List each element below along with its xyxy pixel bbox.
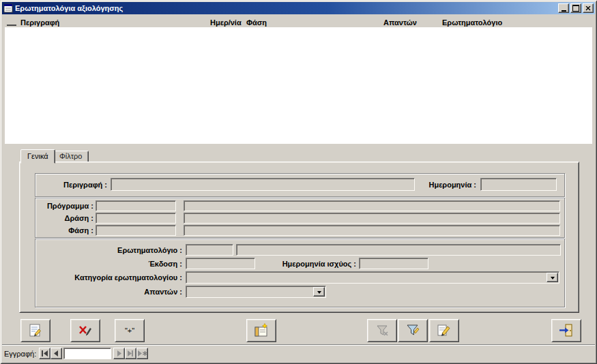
remove-filter-funnel-icon [374,322,390,339]
respondent-combobox[interactable] [186,286,326,298]
notebook-sparkle-icon [253,322,270,339]
window-title: Ερωτηματολόγια αξιολόγησης [15,4,556,12]
valid-date-label: Ημερομηνία ισχύος : [258,259,356,269]
filter-button[interactable] [398,319,428,342]
minimize-button[interactable] [558,3,569,13]
category-dropdown-arrow-icon[interactable] [547,273,558,282]
description-group: Περιγραφή : Ημερομηνία : [35,173,565,197]
description-input[interactable] [111,178,415,191]
record-number-input[interactable] [63,348,111,359]
new-record-button[interactable] [136,348,148,359]
record-pencil-icon [27,322,44,339]
tab-general[interactable]: Γενικά [20,149,55,164]
maximize-icon [572,5,579,12]
version-label: Έκδοση : [39,259,182,269]
questionnaire-name-input[interactable] [236,244,561,256]
date-label: Ημερομηνία : [415,180,476,190]
column-header-questionnaire: Ερωτηματολόγιο [442,18,502,27]
category-combobox[interactable] [186,271,559,284]
program-name-input[interactable] [184,200,560,211]
phase-code-input[interactable] [96,225,176,236]
description-label: Περιγραφή : [39,180,107,190]
edit-pencil-icon [436,322,452,339]
close-icon [585,6,591,11]
program-code-input[interactable] [96,200,176,211]
navigator-divider [2,344,595,346]
previous-record-button[interactable] [50,348,62,359]
phase-label: Φάση : [39,226,93,236]
exit-door-icon [558,322,574,339]
new-record-form-button[interactable] [20,319,50,342]
column-header-description: Περιγραφή [20,18,59,27]
last-record-button[interactable] [125,348,136,359]
remove-filter-button[interactable] [367,319,397,342]
valid-date-input[interactable] [359,258,428,269]
new-questionnaire-button[interactable] [246,319,276,342]
next-record-button[interactable] [113,348,125,359]
questionnaire-code-input[interactable] [186,244,233,256]
plus-button-label: "+" [125,327,134,335]
respondent-dropdown-arrow-icon[interactable] [313,287,325,297]
window-form-icon [3,3,13,13]
last-record-icon [126,349,135,358]
category-label: Κατηγορία ερωτηματολογίου : [39,273,182,283]
plus-button[interactable]: "+" [115,319,145,342]
tab-general-label: Γενικά [27,152,48,160]
minimize-icon [562,10,566,12]
first-record-icon [40,349,49,358]
date-input[interactable] [480,178,557,191]
respondent-label: Απαντών : [39,287,182,297]
version-input[interactable] [186,258,255,269]
questionnaire-label: Ερωτηματολόγιο : [39,245,182,256]
tab-panel-general: Περιγραφή : Ημερομηνία : Πρόγραμμα : Δρά… [19,162,579,313]
records-list[interactable] [5,27,592,144]
previous-record-icon [52,349,61,358]
record-selector-mark [7,25,16,26]
new-record-icon [137,349,147,358]
action-code-input[interactable] [96,213,176,224]
maximize-button[interactable] [570,3,581,13]
delete-x-icon [77,322,93,339]
program-group: Πρόγραμμα : Δράση : Φάση : [35,198,565,238]
window-controls [558,3,594,13]
close-button[interactable] [583,3,594,13]
next-record-icon [115,349,123,358]
action-label: Δράση : [39,213,93,224]
first-record-button[interactable] [39,348,50,359]
exit-button[interactable] [551,319,581,342]
tab-filter-label: Φίλτρο [59,152,82,160]
filter-funnel-icon [405,322,421,339]
questionnaire-group: Ερωτηματολόγιο : Έκδοση : Ημερομηνία ισχ… [35,239,565,307]
column-header-phase: Φάση [246,18,267,27]
action-name-input[interactable] [184,213,560,224]
record-nav-label: Εγγραφή: [4,350,36,358]
delete-record-button[interactable] [70,319,100,342]
titlebar[interactable]: Ερωτηματολόγια αξιολόγησης [2,2,595,14]
column-header-date: Ημερ/νία [210,18,242,27]
phase-name-input[interactable] [184,225,560,236]
column-header-respondent: Απαντών [383,18,417,27]
app-window: Ερωτηματολόγια αξιολόγησης Περιγραφή Ημε… [0,0,597,364]
program-label: Πρόγραμμα : [39,201,93,211]
edit-button[interactable] [429,319,459,342]
